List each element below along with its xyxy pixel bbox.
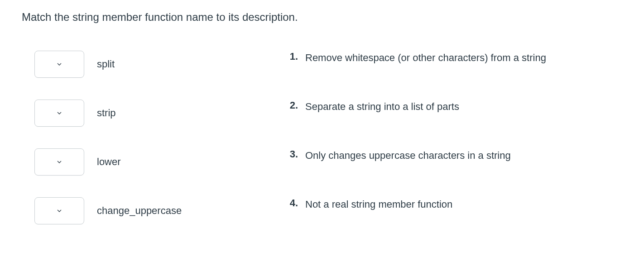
match-row: change_uppercase — [34, 197, 266, 224]
dropdown-strip[interactable] — [34, 100, 84, 127]
chevron-down-icon — [56, 207, 63, 214]
right-column: 1. Remove whitespace (or other character… — [284, 51, 622, 246]
chevron-down-icon — [56, 158, 63, 166]
answer-text: Only changes uppercase characters in a s… — [305, 148, 622, 163]
match-row: split — [34, 51, 266, 78]
answer-item: 1. Remove whitespace (or other character… — [284, 51, 622, 100]
dropdown-change-uppercase[interactable] — [34, 197, 84, 224]
chevron-down-icon — [56, 109, 63, 117]
dropdown-lower[interactable] — [34, 148, 84, 176]
answer-number: 4. — [284, 197, 305, 209]
match-row: strip — [34, 100, 266, 127]
answer-number: 2. — [284, 100, 305, 111]
match-label: change_uppercase — [97, 205, 182, 217]
answer-text: Not a real string member function — [305, 197, 622, 212]
match-label: strip — [97, 107, 116, 119]
answer-number: 1. — [284, 51, 305, 62]
answer-text: Remove whitespace (or other characters) … — [305, 51, 622, 65]
answer-number: 3. — [284, 148, 305, 160]
question-prompt: Match the string member function name to… — [22, 11, 622, 24]
answer-item: 4. Not a real string member function — [284, 197, 622, 246]
left-column: split strip lower change_uppercase — [22, 51, 266, 246]
matching-container: split strip lower change_uppercase 1. R — [22, 51, 622, 246]
chevron-down-icon — [56, 61, 63, 68]
answer-item: 2. Separate a string into a list of part… — [284, 100, 622, 148]
match-label: split — [97, 58, 115, 70]
answer-list: 1. Remove whitespace (or other character… — [284, 51, 622, 246]
answer-item: 3. Only changes uppercase characters in … — [284, 148, 622, 197]
dropdown-split[interactable] — [34, 51, 84, 78]
match-row: lower — [34, 148, 266, 176]
match-label: lower — [97, 156, 121, 168]
answer-text: Separate a string into a list of parts — [305, 100, 622, 114]
